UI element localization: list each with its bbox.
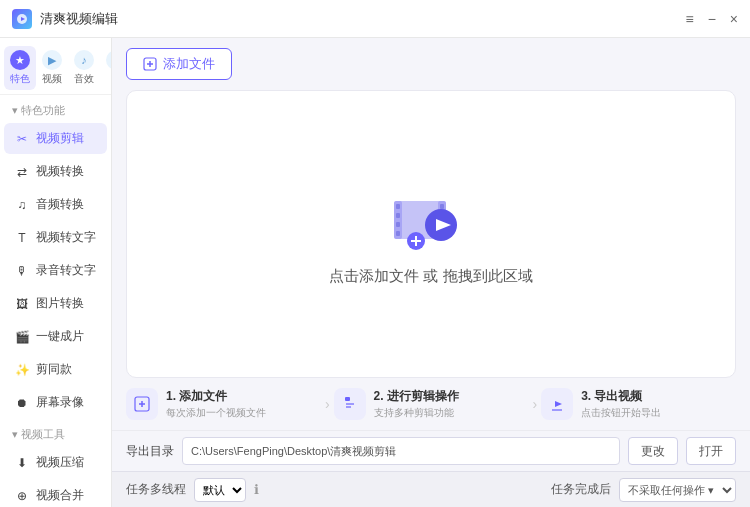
sidebar-item-video-convert[interactable]: ⇄ 视频转换 bbox=[4, 156, 107, 187]
step-2-desc: 支持多种剪辑功能 bbox=[374, 406, 459, 420]
film-icon: 🎬 bbox=[14, 329, 30, 345]
image-icon: 🖼 bbox=[14, 296, 30, 312]
step-1-icon bbox=[126, 388, 158, 420]
step-3-text: 3. 导出视频 点击按钮开始导出 bbox=[581, 388, 661, 420]
video-icon: ▶ bbox=[42, 50, 62, 70]
video-illustration bbox=[386, 183, 476, 253]
sidebar-item-video-merge[interactable]: ⊕ 视频合并 bbox=[4, 480, 107, 507]
merge-icon: ⊕ bbox=[14, 488, 30, 504]
toolbar: 添加文件 bbox=[112, 38, 750, 90]
output-section: 导出目录 更改 打开 bbox=[112, 430, 750, 471]
sidebar-item-record-to-text[interactable]: 🎙 录音转文字 bbox=[4, 255, 107, 286]
tab-feature-label: 特色 bbox=[10, 72, 30, 86]
step-3: 3. 导出视频 点击按钮开始导出 bbox=[541, 388, 736, 420]
tab-video-label: 视频 bbox=[42, 72, 62, 86]
add-file-icon bbox=[143, 57, 157, 71]
screen-icon: ⏺ bbox=[14, 395, 30, 411]
sidebar-item-one-click-film[interactable]: 🎬 一键成片 bbox=[4, 321, 107, 352]
step-arrow-2: › bbox=[532, 396, 537, 412]
step-1-desc: 每次添加一个视频文件 bbox=[166, 406, 266, 420]
sidebar-item-image-convert[interactable]: 🖼 图片转换 bbox=[4, 288, 107, 319]
drop-zone[interactable]: 点击添加文件 或 拖拽到此区域 bbox=[126, 90, 736, 378]
info-icon[interactable]: ℹ bbox=[254, 482, 259, 497]
step-arrow-1: › bbox=[325, 396, 330, 412]
top-nav: ★ 特色 ▶ 视频 ♪ 音效 AI AI bbox=[0, 38, 111, 95]
gif-icon: ✨ bbox=[14, 362, 30, 378]
complete-action-select[interactable]: 不采取任何操作 ▾ bbox=[619, 478, 736, 502]
step-2-title: 2. 进行剪辑操作 bbox=[374, 388, 459, 405]
step-2: 2. 进行剪辑操作 支持多种剪辑功能 bbox=[334, 388, 529, 420]
compress-icon: ⬇ bbox=[14, 455, 30, 471]
minimize-button[interactable]: − bbox=[708, 12, 716, 26]
tab-audio[interactable]: ♪ 音效 bbox=[68, 46, 100, 90]
sidebar: ★ 特色 ▶ 视频 ♪ 音效 AI AI ▾ 特色功能 ✂ 视频剪辑 bbox=[0, 38, 112, 507]
feature-icon: ★ bbox=[10, 50, 30, 70]
convert-icon: ⇄ bbox=[14, 164, 30, 180]
video-tools-section-title: ▾ 视频工具 bbox=[0, 419, 111, 446]
record-text-icon: 🎙 bbox=[14, 263, 30, 279]
step-1: 1. 添加文件 每次添加一个视频文件 bbox=[126, 388, 321, 420]
step-1-text: 1. 添加文件 每次添加一个视频文件 bbox=[166, 388, 266, 420]
tab-audio-label: 音效 bbox=[74, 72, 94, 86]
bottom-right: 任务完成后 不采取任何操作 ▾ bbox=[551, 478, 736, 502]
svg-rect-11 bbox=[396, 231, 400, 236]
bottom-left: 任务多线程 默认 ℹ bbox=[126, 478, 259, 502]
step-1-title: 1. 添加文件 bbox=[166, 388, 266, 405]
tab-feature[interactable]: ★ 特色 bbox=[4, 46, 36, 90]
step-2-text: 2. 进行剪辑操作 支持多种剪辑功能 bbox=[374, 388, 459, 420]
scissors-icon: ✂ bbox=[14, 131, 30, 147]
close-button[interactable]: × bbox=[730, 12, 738, 26]
steps-section: 1. 添加文件 每次添加一个视频文件 › 2. 进行剪辑操作 支持多种剪辑功能 bbox=[112, 378, 750, 430]
svg-rect-8 bbox=[396, 204, 400, 209]
title-bar-left: 清爽视频编辑 bbox=[12, 9, 118, 29]
svg-rect-9 bbox=[396, 213, 400, 218]
task-label: 任务多线程 bbox=[126, 481, 186, 498]
open-output-button[interactable]: 打开 bbox=[686, 437, 736, 465]
task-multithread-select[interactable]: 默认 bbox=[194, 478, 246, 502]
change-output-button[interactable]: 更改 bbox=[628, 437, 678, 465]
sidebar-item-video-to-text[interactable]: T 视频转文字 bbox=[4, 222, 107, 253]
feature-section-title: ▾ 特色功能 bbox=[0, 95, 111, 122]
app-logo bbox=[12, 9, 32, 29]
sidebar-item-video-edit[interactable]: ✂ 视频剪辑 bbox=[4, 123, 107, 154]
menu-button[interactable]: ≡ bbox=[685, 12, 693, 26]
audio-icon: ♪ bbox=[74, 50, 94, 70]
output-label: 导出目录 bbox=[126, 443, 174, 460]
tab-video[interactable]: ▶ 视频 bbox=[36, 46, 68, 90]
svg-rect-24 bbox=[343, 400, 357, 410]
step-3-icon bbox=[541, 388, 573, 420]
bottom-bar: 任务多线程 默认 ℹ 任务完成后 不采取任何操作 ▾ bbox=[112, 471, 750, 507]
svg-rect-12 bbox=[440, 204, 444, 209]
sidebar-item-video-compress[interactable]: ⬇ 视频压缩 bbox=[4, 447, 107, 478]
audio-convert-icon: ♫ bbox=[14, 197, 30, 213]
app-title: 清爽视频编辑 bbox=[40, 10, 118, 28]
main-container: ★ 特色 ▶ 视频 ♪ 音效 AI AI ▾ 特色功能 ✂ 视频剪辑 bbox=[0, 38, 750, 507]
output-path-input[interactable] bbox=[182, 437, 620, 465]
svg-rect-27 bbox=[345, 397, 350, 401]
title-bar: 清爽视频编辑 ≡ − × bbox=[0, 0, 750, 38]
window-controls: ≡ − × bbox=[685, 12, 738, 26]
step-2-icon bbox=[334, 388, 366, 420]
sidebar-item-screen-record[interactable]: ⏺ 屏幕录像 bbox=[4, 387, 107, 418]
sidebar-item-audio-convert[interactable]: ♫ 音频转换 bbox=[4, 189, 107, 220]
step-3-desc: 点击按钮开始导出 bbox=[581, 406, 661, 420]
tab-ai[interactable]: AI AI bbox=[100, 46, 112, 90]
svg-rect-10 bbox=[396, 222, 400, 227]
content-area: 添加文件 bbox=[112, 38, 750, 507]
sidebar-item-gif[interactable]: ✨ 剪同款 bbox=[4, 354, 107, 385]
video-text-icon: T bbox=[14, 230, 30, 246]
drop-zone-text: 点击添加文件 或 拖拽到此区域 bbox=[329, 267, 532, 286]
step-3-title: 3. 导出视频 bbox=[581, 388, 661, 405]
add-file-button[interactable]: 添加文件 bbox=[126, 48, 232, 80]
complete-label: 任务完成后 bbox=[551, 481, 611, 498]
